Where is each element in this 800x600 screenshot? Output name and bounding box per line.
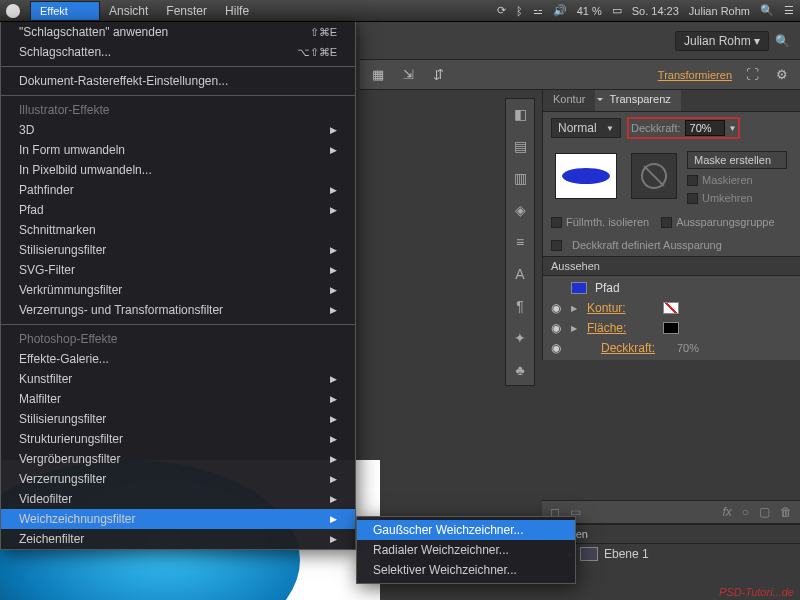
menu-effekt[interactable]: Effekt [30, 1, 100, 21]
opacity-dropdown-icon[interactable]: ▼ [729, 124, 737, 133]
menu-warp[interactable]: Verkrümmungsfilter▶ [1, 280, 355, 300]
menu-stylize-ai[interactable]: Stilisierungsfilter▶ [1, 240, 355, 260]
distribute-icon[interactable]: ⇵ [428, 65, 448, 85]
search-icon[interactable]: 🔍 [775, 34, 790, 48]
notification-icon[interactable]: ☰ [784, 4, 794, 17]
app-topbar: Julian Rohm ▾ 🔍 [360, 22, 800, 60]
spotlight-icon[interactable]: 🔍 [760, 4, 774, 17]
object-swatch [571, 282, 587, 294]
menu-header-ai: Illustrator-Effekte [1, 100, 355, 120]
menu-3d[interactable]: 3D▶ [1, 120, 355, 140]
appearance-opacity[interactable]: ◉ Deckkraft: 70% [543, 338, 800, 358]
isolate-check[interactable]: Füllmth. isolieren [551, 215, 649, 229]
mask-row: Maske erstellen Maskieren Umkehren [543, 144, 800, 210]
workspace-name[interactable]: Julian Rohm ▾ [675, 31, 769, 51]
panel-icon-type[interactable]: A [511, 265, 529, 283]
volume-icon: 🔊 [553, 4, 567, 17]
make-mask-button[interactable]: Maske erstellen [687, 151, 787, 169]
submenu-gaussian-blur[interactable]: Gaußscher Weichzeichner... [357, 520, 575, 540]
panel-icon-stroke[interactable]: ≡ [511, 233, 529, 251]
mask-thumbnail[interactable] [631, 153, 677, 199]
menu-path[interactable]: Pfad▶ [1, 200, 355, 220]
clear-appr-icon[interactable]: ○ [742, 505, 749, 519]
appearance-panel: Pfad ◉▶ Kontur: ◉▶ Fläche: ◉ Deckkraft: … [543, 276, 800, 360]
appearance-title[interactable]: Aussehen [543, 256, 800, 276]
layers-title[interactable]: Ebenen [542, 524, 800, 544]
mask-clip-check[interactable]: Maskieren [687, 173, 787, 187]
menu-ansicht[interactable]: Ansicht [100, 1, 157, 21]
battery-icon: ▭ [612, 4, 622, 17]
transparency-row: Normal▼ Deckkraft: 70% ▼ [543, 112, 800, 144]
menu-rasterize[interactable]: In Pixelbild umwandeln... [1, 160, 355, 180]
appearance-fill[interactable]: ◉▶ Fläche: [543, 318, 800, 338]
menu-blur[interactable]: Weichzeichnungsfilter▶ [1, 509, 355, 529]
clock: So. 14:23 [632, 5, 679, 17]
object-thumbnail[interactable] [555, 153, 617, 199]
align-icon[interactable]: ▦ [368, 65, 388, 85]
opacity-define-row[interactable]: Deckkraft definiert Aussparung [543, 234, 800, 256]
visibility-icon[interactable]: ◉ [551, 321, 563, 335]
appearance-object[interactable]: Pfad [543, 278, 800, 298]
layer-thumbnail [580, 547, 598, 561]
visibility-icon[interactable]: ◉ [551, 301, 563, 315]
layer-name[interactable]: Ebene 1 [604, 547, 649, 561]
panel-icon-brushes[interactable]: ▥ [511, 169, 529, 187]
isolate-icon[interactable]: ⛶ [742, 65, 762, 85]
menu-pixelate[interactable]: Vergröberungsfilter▶ [1, 449, 355, 469]
menu-convert-shape[interactable]: In Form umwandeln▶ [1, 140, 355, 160]
panel-icon-other[interactable]: ♣ [511, 361, 529, 379]
menu-fenster[interactable]: Fenster [157, 1, 216, 21]
stroke-swatch[interactable] [663, 302, 679, 314]
menu-brush-strokes[interactable]: Malfilter▶ [1, 389, 355, 409]
tab-kontur[interactable]: Kontur [543, 90, 595, 111]
menu-apply-last[interactable]: "Schlagschatten" anwenden⇧⌘E [1, 22, 355, 42]
arrange-icon[interactable]: ⇲ [398, 65, 418, 85]
submenu-smart-blur[interactable]: Selektiver Weichzeichner... [357, 560, 575, 580]
right-panel: Kontur Transparenz Normal▼ Deckkraft: 70… [542, 90, 800, 360]
apple-logo-icon[interactable] [6, 4, 20, 18]
panel-icon-graphic[interactable]: ✦ [511, 329, 529, 347]
menu-distort[interactable]: Verzerrungsfilter▶ [1, 469, 355, 489]
appearance-stroke[interactable]: ◉▶ Kontur: [543, 298, 800, 318]
visibility-icon[interactable]: ◉ [551, 341, 563, 355]
blend-mode-select[interactable]: Normal▼ [551, 118, 621, 138]
bluetooth-icon: ᛒ [516, 5, 523, 17]
tab-transparenz[interactable]: Transparenz [595, 90, 680, 111]
menu-video[interactable]: Videofilter▶ [1, 489, 355, 509]
menu-hilfe[interactable]: Hilfe [216, 1, 258, 21]
new-icon[interactable]: ▢ [759, 505, 770, 519]
mask-invert-check[interactable]: Umkehren [687, 191, 787, 205]
menu-sketch[interactable]: Zeichenfilter▶ [1, 529, 355, 549]
menu-effect-gallery[interactable]: Effekte-Galerie... [1, 349, 355, 369]
menubar-status: ⟳ ᛒ ⚍ 🔊 41 % ▭ So. 14:23 Julian Rohm 🔍 ☰ [497, 4, 794, 17]
fill-swatch[interactable] [663, 322, 679, 334]
panel-icon-para[interactable]: ¶ [511, 297, 529, 315]
trash-icon[interactable]: 🗑 [780, 505, 792, 519]
appearance-footer: ◻ ▭ fx ○ ▢ 🗑 [542, 501, 800, 524]
menu-pathfinder[interactable]: Pathfinder▶ [1, 180, 355, 200]
menu-stylize-ps[interactable]: Stilisierungsfilter▶ [1, 409, 355, 429]
knockout-check[interactable]: Aussparungsgruppe [661, 215, 774, 229]
panel-icon-swatches[interactable]: ▤ [511, 137, 529, 155]
menu-raster-settings[interactable]: Dokument-Rastereffekt-Einstellungen... [1, 71, 355, 91]
panel-icon-symbols[interactable]: ◈ [511, 201, 529, 219]
menubar-user: Julian Rohm [689, 5, 750, 17]
menu-distort-transform[interactable]: Verzerrungs- und Transformationsfilter▶ [1, 300, 355, 320]
opacity-input[interactable]: 70% [685, 120, 725, 136]
layer-row[interactable]: ▶ Ebene 1 [542, 544, 800, 564]
menu-header-ps: Photoshop-Effekte [1, 329, 355, 349]
panel-icon-color[interactable]: ◧ [511, 105, 529, 123]
options-icon[interactable]: ⚙ [772, 65, 792, 85]
menu-texture[interactable]: Strukturierungsfilter▶ [1, 429, 355, 449]
opacity-highlight: Deckkraft: 70% ▼ [627, 117, 740, 139]
menu-last-effect[interactable]: Schlagschatten...⌥⇧⌘E [1, 42, 355, 62]
panel-tabs: Kontur Transparenz [543, 90, 800, 112]
fx-icon[interactable]: fx [722, 505, 731, 519]
menu-svg-filter[interactable]: SVG-Filter▶ [1, 260, 355, 280]
blur-submenu: Gaußscher Weichzeichner... Radialer Weic… [356, 516, 576, 584]
workspace-switcher[interactable]: Julian Rohm ▾ 🔍 [675, 31, 790, 51]
menu-artistic[interactable]: Kunstfilter▶ [1, 369, 355, 389]
submenu-radial-blur[interactable]: Radialer Weichzeichner... [357, 540, 575, 560]
transform-link[interactable]: Transformieren [658, 69, 732, 81]
menu-cropmarks[interactable]: Schnittmarken [1, 220, 355, 240]
